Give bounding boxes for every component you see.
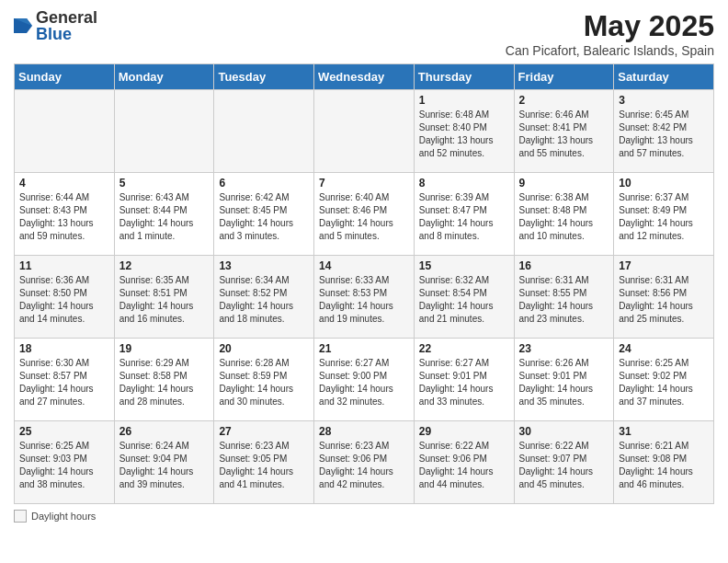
day-number: 6 xyxy=(219,177,309,190)
day-info: Sunrise: 6:43 AM Sunset: 8:44 PM Dayligh… xyxy=(119,191,210,243)
header-day-friday: Friday xyxy=(514,64,614,90)
logo: General Blue xyxy=(14,9,97,42)
day-info: Sunrise: 6:30 AM Sunset: 8:57 PM Dayligh… xyxy=(19,357,109,408)
day-info: Sunrise: 6:27 AM Sunset: 9:01 PM Dayligh… xyxy=(419,357,509,408)
header-day-monday: Monday xyxy=(114,64,214,90)
calendar-cell: 7Sunrise: 6:40 AM Sunset: 8:46 PM Daylig… xyxy=(314,173,415,256)
calendar-cell: 11Sunrise: 6:36 AM Sunset: 8:50 PM Dayli… xyxy=(15,256,115,339)
calendar-cell: 10Sunrise: 6:37 AM Sunset: 8:49 PM Dayli… xyxy=(614,173,714,256)
calendar-cell: 8Sunrise: 6:39 AM Sunset: 8:47 PM Daylig… xyxy=(414,173,514,256)
day-number: 18 xyxy=(19,342,109,355)
day-info: Sunrise: 6:29 AM Sunset: 8:58 PM Dayligh… xyxy=(119,357,210,408)
logo-blue: Blue xyxy=(36,26,97,42)
day-info: Sunrise: 6:39 AM Sunset: 8:47 PM Dayligh… xyxy=(419,191,509,243)
day-info: Sunrise: 6:46 AM Sunset: 8:41 PM Dayligh… xyxy=(519,109,609,160)
day-info: Sunrise: 6:35 AM Sunset: 8:51 PM Dayligh… xyxy=(119,274,210,326)
day-number: 7 xyxy=(319,177,409,190)
day-info: Sunrise: 6:33 AM Sunset: 8:53 PM Dayligh… xyxy=(319,274,409,326)
day-number: 13 xyxy=(219,259,309,272)
legend-label: Daylight hours xyxy=(31,511,96,522)
day-info: Sunrise: 6:31 AM Sunset: 8:55 PM Dayligh… xyxy=(519,274,609,326)
day-number: 9 xyxy=(519,177,609,190)
calendar-cell: 22Sunrise: 6:27 AM Sunset: 9:01 PM Dayli… xyxy=(414,339,514,421)
week-row-3: 11Sunrise: 6:36 AM Sunset: 8:50 PM Dayli… xyxy=(15,256,714,339)
day-number: 30 xyxy=(519,425,609,438)
calendar-cell: 13Sunrise: 6:34 AM Sunset: 8:52 PM Dayli… xyxy=(214,256,314,339)
logo-text: General Blue xyxy=(36,9,97,42)
calendar-cell: 19Sunrise: 6:29 AM Sunset: 8:58 PM Dayli… xyxy=(114,339,214,421)
calendar-cell xyxy=(15,90,115,173)
day-number: 1 xyxy=(419,94,509,107)
day-info: Sunrise: 6:44 AM Sunset: 8:43 PM Dayligh… xyxy=(19,191,109,243)
day-number: 16 xyxy=(519,259,609,272)
day-number: 3 xyxy=(619,94,709,107)
day-number: 27 xyxy=(219,425,309,438)
legend-item-odd: Daylight hours xyxy=(14,510,96,523)
legend-box-odd xyxy=(14,510,27,523)
calendar-cell: 31Sunrise: 6:21 AM Sunset: 9:08 PM Dayli… xyxy=(614,421,714,504)
header-day-wednesday: Wednesday xyxy=(314,64,415,90)
day-info: Sunrise: 6:40 AM Sunset: 8:46 PM Dayligh… xyxy=(319,191,409,243)
day-info: Sunrise: 6:37 AM Sunset: 8:49 PM Dayligh… xyxy=(619,191,709,243)
day-number: 11 xyxy=(19,259,109,272)
day-number: 14 xyxy=(319,259,409,272)
day-number: 21 xyxy=(319,342,409,355)
calendar-cell: 12Sunrise: 6:35 AM Sunset: 8:51 PM Dayli… xyxy=(114,256,214,339)
day-info: Sunrise: 6:25 AM Sunset: 9:02 PM Dayligh… xyxy=(619,357,709,408)
calendar-header: SundayMondayTuesdayWednesdayThursdayFrid… xyxy=(15,64,714,90)
day-info: Sunrise: 6:31 AM Sunset: 8:56 PM Dayligh… xyxy=(619,274,709,326)
day-info: Sunrise: 6:25 AM Sunset: 9:03 PM Dayligh… xyxy=(19,440,109,491)
calendar-cell: 6Sunrise: 6:42 AM Sunset: 8:45 PM Daylig… xyxy=(214,173,314,256)
calendar-body: 1Sunrise: 6:48 AM Sunset: 8:40 PM Daylig… xyxy=(15,90,714,504)
week-row-2: 4Sunrise: 6:44 AM Sunset: 8:43 PM Daylig… xyxy=(15,173,714,256)
day-info: Sunrise: 6:45 AM Sunset: 8:42 PM Dayligh… xyxy=(619,109,709,160)
day-info: Sunrise: 6:24 AM Sunset: 9:04 PM Dayligh… xyxy=(119,440,210,491)
calendar-cell: 17Sunrise: 6:31 AM Sunset: 8:56 PM Dayli… xyxy=(614,256,714,339)
day-number: 8 xyxy=(419,177,509,190)
main-title: May 2025 xyxy=(506,9,714,43)
day-info: Sunrise: 6:34 AM Sunset: 8:52 PM Dayligh… xyxy=(219,274,309,326)
calendar-cell: 14Sunrise: 6:33 AM Sunset: 8:53 PM Dayli… xyxy=(314,256,415,339)
calendar-cell xyxy=(314,90,415,173)
calendar-cell: 27Sunrise: 6:23 AM Sunset: 9:05 PM Dayli… xyxy=(214,421,314,504)
calendar-cell xyxy=(114,90,214,173)
calendar-cell: 3Sunrise: 6:45 AM Sunset: 8:42 PM Daylig… xyxy=(614,90,714,173)
calendar-cell: 9Sunrise: 6:38 AM Sunset: 8:48 PM Daylig… xyxy=(514,173,614,256)
calendar-cell: 18Sunrise: 6:30 AM Sunset: 8:57 PM Dayli… xyxy=(15,339,115,421)
calendar-cell: 29Sunrise: 6:22 AM Sunset: 9:06 PM Dayli… xyxy=(414,421,514,504)
day-number: 12 xyxy=(119,259,210,272)
calendar-cell: 25Sunrise: 6:25 AM Sunset: 9:03 PM Dayli… xyxy=(15,421,115,504)
day-info: Sunrise: 6:21 AM Sunset: 9:08 PM Dayligh… xyxy=(619,440,709,491)
week-row-1: 1Sunrise: 6:48 AM Sunset: 8:40 PM Daylig… xyxy=(15,90,714,173)
day-number: 26 xyxy=(119,425,210,438)
day-info: Sunrise: 6:28 AM Sunset: 8:59 PM Dayligh… xyxy=(219,357,309,408)
day-number: 4 xyxy=(19,177,109,190)
day-info: Sunrise: 6:38 AM Sunset: 8:48 PM Dayligh… xyxy=(519,191,609,243)
day-info: Sunrise: 6:22 AM Sunset: 9:07 PM Dayligh… xyxy=(519,440,609,491)
subtitle: Can Picafort, Balearic Islands, Spain xyxy=(506,43,714,58)
calendar-cell: 30Sunrise: 6:22 AM Sunset: 9:07 PM Dayli… xyxy=(514,421,614,504)
calendar-cell xyxy=(214,90,314,173)
day-number: 2 xyxy=(519,94,609,107)
header-day-thursday: Thursday xyxy=(414,64,514,90)
calendar-cell: 26Sunrise: 6:24 AM Sunset: 9:04 PM Dayli… xyxy=(114,421,214,504)
logo-general: General xyxy=(36,9,97,26)
day-info: Sunrise: 6:22 AM Sunset: 9:06 PM Dayligh… xyxy=(419,440,509,491)
page-header: General Blue May 2025 Can Picafort, Bale… xyxy=(14,9,714,58)
calendar-cell: 20Sunrise: 6:28 AM Sunset: 8:59 PM Dayli… xyxy=(214,339,314,421)
week-row-4: 18Sunrise: 6:30 AM Sunset: 8:57 PM Dayli… xyxy=(15,339,714,421)
day-number: 17 xyxy=(619,259,709,272)
calendar-table: SundayMondayTuesdayWednesdayThursdayFrid… xyxy=(14,63,714,504)
calendar-cell: 2Sunrise: 6:46 AM Sunset: 8:41 PM Daylig… xyxy=(514,90,614,173)
calendar-cell: 23Sunrise: 6:26 AM Sunset: 9:01 PM Dayli… xyxy=(514,339,614,421)
day-info: Sunrise: 6:36 AM Sunset: 8:50 PM Dayligh… xyxy=(19,274,109,326)
calendar-cell: 15Sunrise: 6:32 AM Sunset: 8:54 PM Dayli… xyxy=(414,256,514,339)
day-number: 19 xyxy=(119,342,210,355)
day-number: 28 xyxy=(319,425,409,438)
calendar-cell: 1Sunrise: 6:48 AM Sunset: 8:40 PM Daylig… xyxy=(414,90,514,173)
day-number: 15 xyxy=(419,259,509,272)
logo-icon xyxy=(14,15,32,37)
day-number: 31 xyxy=(619,425,709,438)
day-info: Sunrise: 6:48 AM Sunset: 8:40 PM Dayligh… xyxy=(419,109,509,160)
calendar-cell: 5Sunrise: 6:43 AM Sunset: 8:44 PM Daylig… xyxy=(114,173,214,256)
